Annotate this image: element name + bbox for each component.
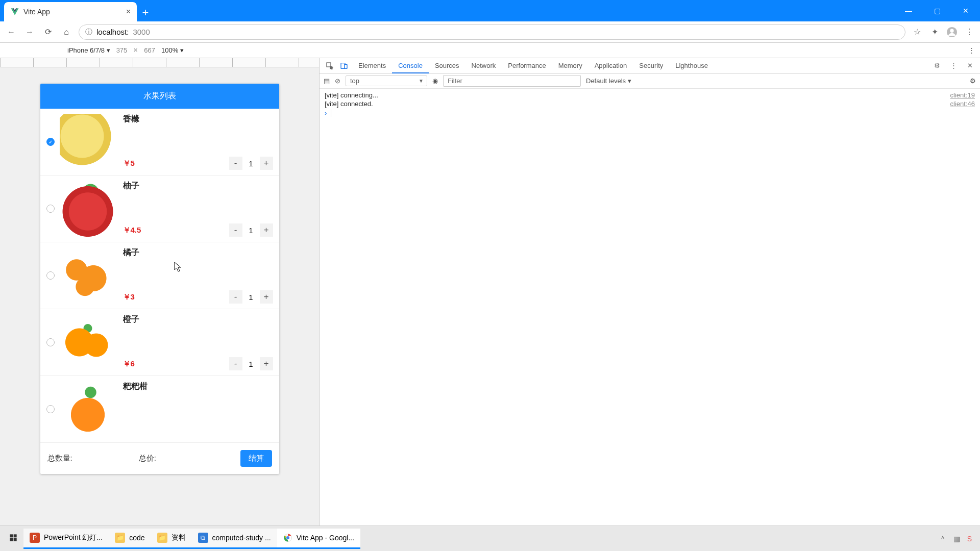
devtools-tab-lighthouse[interactable]: Lighthouse: [669, 58, 714, 73]
extensions-icon[interactable]: ✦: [929, 27, 940, 38]
qty-value: 1: [242, 293, 260, 302]
svg-rect-7: [10, 538, 13, 541]
taskbar-label: 资料: [172, 533, 186, 542]
item-thumbnail: [60, 381, 116, 437]
console-prompt[interactable]: ›: [320, 108, 980, 118]
svg-rect-4: [345, 64, 347, 68]
device-selector[interactable]: iPhone 6/7/8 ▾: [67, 46, 110, 54]
log-message: [vite] connected.: [325, 100, 950, 108]
tray-chevron-icon[interactable]: ＾: [939, 534, 946, 543]
taskbar-item[interactable]: Vite App - Googl...: [277, 529, 360, 549]
clear-console-icon[interactable]: ⊘: [335, 77, 340, 85]
device-height[interactable]: 667: [144, 46, 155, 54]
console-input[interactable]: [331, 109, 975, 117]
minimize-button[interactable]: ―: [894, 0, 923, 21]
tray-ime-icon[interactable]: S: [967, 535, 972, 543]
site-info-icon[interactable]: ⓘ: [85, 28, 92, 37]
reload-button[interactable]: ⟳: [42, 26, 54, 38]
taskbar-item[interactable]: 📁code: [109, 529, 151, 549]
devtools-tab-application[interactable]: Application: [589, 58, 633, 73]
item-thumbnail: [60, 114, 116, 170]
taskbar-label: PowerPoint 幻灯...: [44, 533, 103, 542]
qty-minus-button[interactable]: -: [229, 290, 242, 304]
bookmark-star-icon[interactable]: ☆: [912, 27, 923, 38]
item-checkbox[interactable]: ✓: [46, 138, 55, 146]
devtools-tab-performance[interactable]: Performance: [502, 58, 552, 73]
item-thumbnail: [60, 247, 116, 304]
devtools-tab-console[interactable]: Console: [392, 58, 429, 73]
qty-plus-button[interactable]: +: [260, 157, 273, 170]
qty-value: 1: [242, 159, 260, 168]
devtools-tab-network[interactable]: Network: [465, 58, 502, 73]
console-log-line: [vite] connecting...client:19: [320, 91, 980, 99]
qty-plus-button[interactable]: +: [260, 290, 273, 304]
devtools-tab-sources[interactable]: Sources: [429, 58, 465, 73]
devtools-settings-icon[interactable]: ⚙: [931, 60, 943, 72]
devtools-tab-elements[interactable]: Elements: [352, 58, 392, 73]
item-name: 香橼: [123, 114, 273, 124]
console-log-area[interactable]: [vite] connecting...client:19[vite] conn…: [320, 89, 980, 525]
close-window-button[interactable]: ✕: [951, 0, 980, 21]
item-checkbox[interactable]: [46, 271, 55, 280]
devtools-close-icon[interactable]: ✕: [964, 60, 976, 72]
execution-context-selector[interactable]: top: [346, 76, 427, 86]
qty-minus-button[interactable]: -: [229, 157, 242, 170]
qty-plus-button[interactable]: +: [260, 357, 273, 370]
zoom-selector[interactable]: 100% ▾: [161, 46, 184, 54]
log-source-link[interactable]: client:19: [950, 91, 975, 99]
qty-plus-button[interactable]: +: [260, 223, 273, 237]
tab-close-icon[interactable]: ×: [126, 7, 131, 16]
checkout-button[interactable]: 结算: [240, 450, 272, 467]
new-tab-button[interactable]: +: [137, 4, 154, 21]
item-checkbox[interactable]: [46, 205, 55, 213]
profile-avatar-icon[interactable]: [946, 27, 958, 38]
svg-rect-8: [14, 538, 17, 541]
taskbar-label: Vite App - Googl...: [297, 534, 354, 542]
console-filter-input[interactable]: [443, 75, 581, 87]
chrome-menu-icon[interactable]: ⋮: [964, 27, 975, 38]
qty-minus-button[interactable]: -: [229, 357, 242, 370]
item-price: ￥4.5: [123, 226, 141, 235]
fruit-item: 柚子￥4.5-1+: [40, 176, 279, 242]
maximize-button[interactable]: ▢: [923, 0, 951, 21]
device-options-icon[interactable]: ⋮: [968, 46, 975, 54]
tray-app-icon[interactable]: ▦: [953, 535, 960, 543]
toggle-device-icon[interactable]: [338, 60, 350, 72]
console-settings-icon[interactable]: ⚙: [970, 77, 976, 85]
forward-button[interactable]: →: [23, 26, 36, 38]
qty-stepper: -1+: [229, 157, 273, 170]
fruit-item: ✓香橼￥5-1+: [40, 109, 279, 176]
taskbar-item[interactable]: 📁资料: [151, 529, 192, 549]
qty-stepper: -1+: [229, 357, 273, 370]
devtools-menu-icon[interactable]: ⋮: [947, 60, 960, 72]
address-bar[interactable]: ⓘ localhost:3000: [79, 24, 905, 40]
inspect-element-icon[interactable]: [324, 60, 336, 72]
console-sidebar-toggle-icon[interactable]: ▤: [324, 77, 330, 85]
taskbar-item[interactable]: PPowerPoint 幻灯...: [23, 529, 109, 549]
taskbar-item[interactable]: ⧉computed-study ...: [192, 529, 277, 549]
system-tray[interactable]: ＾ ▦ S: [939, 534, 977, 543]
fruit-list[interactable]: ✓香橼￥5-1+柚子￥4.5-1+橘子￥3-1+橙子￥6-1+粑粑柑: [40, 109, 279, 442]
live-expression-icon[interactable]: ◉: [432, 77, 438, 85]
url-port: 3000: [133, 28, 150, 36]
item-name: 柚子: [123, 181, 273, 191]
qty-minus-button[interactable]: -: [229, 223, 242, 237]
start-button[interactable]: [3, 529, 23, 549]
devtools-tab-security[interactable]: Security: [633, 58, 669, 73]
app-header: 水果列表: [40, 84, 279, 109]
log-source-link[interactable]: client:46: [950, 100, 975, 108]
item-checkbox[interactable]: [46, 405, 55, 413]
prompt-caret-icon: ›: [325, 109, 327, 117]
item-checkbox[interactable]: [46, 338, 55, 346]
device-mode-bar: iPhone 6/7/8 ▾ 375 ✕ 667 100% ▾ ⋮: [0, 43, 980, 58]
svg-rect-5: [10, 534, 13, 537]
item-name: 粑粑柑: [123, 381, 273, 392]
log-levels-selector[interactable]: Default levels ▾: [586, 77, 631, 85]
devtools-tabs: ElementsConsoleSourcesNetworkPerformance…: [320, 58, 980, 73]
device-width[interactable]: 375: [116, 46, 128, 54]
qty-value: 1: [242, 226, 260, 235]
browser-tab[interactable]: Vite App ×: [4, 2, 137, 21]
devtools-tab-memory[interactable]: Memory: [552, 58, 589, 73]
back-button[interactable]: ←: [5, 26, 17, 38]
home-button[interactable]: ⌂: [60, 26, 72, 38]
